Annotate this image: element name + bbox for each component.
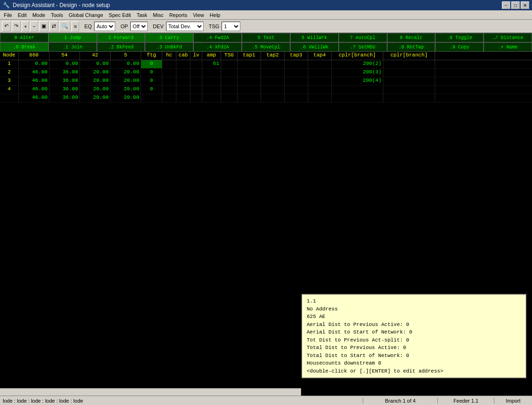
cell-amp: [202, 86, 221, 94]
cell-cplr1: [332, 94, 383, 102]
cell-tap3: [285, 94, 308, 102]
cell-tap1: [238, 77, 261, 85]
empty-grid-area: [0, 103, 532, 310]
cell-tap1: [238, 86, 261, 94]
toolbar-search[interactable]: 🔍: [59, 21, 71, 32]
cell-tsg: [221, 86, 238, 94]
btn-bkfeed[interactable]: .2 BkFeed: [97, 42, 145, 52]
minimize-button[interactable]: −: [502, 1, 510, 9]
cell-cab: [176, 60, 191, 68]
menu-edit[interactable]: Edit: [15, 11, 30, 19]
tsg-select[interactable]: 1: [222, 22, 240, 31]
window-controls: − □ ✕: [502, 1, 529, 9]
cell-lv: [191, 94, 202, 102]
cell-860: 46.00: [19, 94, 49, 102]
horizontal-scrollbar[interactable]: [0, 388, 301, 396]
cell-42: 20.00: [80, 94, 111, 102]
btn-jump[interactable]: 1 Jump: [48, 33, 97, 42]
cell-tap2: [261, 86, 285, 94]
btn-movecpl[interactable]: .5 MoveCpl: [242, 42, 290, 52]
menu-spec-edit[interactable]: Spec Edit: [106, 11, 134, 19]
col-node: Node: [0, 52, 19, 60]
col-tap3: tap3: [285, 52, 308, 60]
cell-tap4: [308, 77, 332, 85]
title-left: 🔧 Design Assistant - Design - node setup: [3, 2, 110, 8]
btn-forward[interactable]: 2 Forward: [97, 33, 145, 42]
btn-distance[interactable]: ./ Distance: [484, 33, 532, 42]
menu-reports[interactable]: Reports: [167, 11, 191, 19]
col-54: 54: [49, 52, 80, 60]
cell-node: 2: [0, 69, 19, 77]
toolbar-redo[interactable]: ↷: [12, 21, 21, 32]
menu-help[interactable]: Help: [207, 11, 223, 19]
btn-test[interactable]: 5 Test: [242, 33, 290, 42]
btn-setmdu[interactable]: .7 SetMDU: [339, 42, 387, 52]
cell-lv: [191, 69, 202, 77]
cell-tsg: [221, 60, 238, 68]
info-line4: Aerial Dist to Previous Active: 0: [307, 321, 521, 329]
cell-hc: [162, 86, 176, 94]
toolbar-monitor[interactable]: ▣: [39, 21, 48, 32]
cell-tap4: [308, 94, 332, 102]
menu-misc[interactable]: Misc: [150, 11, 167, 19]
cell-tap2: [261, 69, 285, 77]
btn-xfd2a[interactable]: .4 XFd2A: [193, 42, 242, 52]
content-area: Node 860 54 42 5 ftg hc cab lv amp TSG t…: [0, 52, 532, 388]
btn-autocpl[interactable]: 7 AutoCpl: [339, 33, 387, 42]
dev-label: DEV: [151, 24, 165, 29]
auto-select[interactable]: Auto: [94, 22, 115, 31]
btn-join[interactable]: .1 Join: [48, 42, 97, 52]
table-row[interactable]: 46.00 36.00 20.00 20.00: [0, 94, 532, 103]
info-line2: No Address: [307, 305, 521, 313]
btn-xwillwk[interactable]: .6 XWillWk: [290, 42, 339, 52]
btn-willwrk[interactable]: 6 WillWrk: [290, 33, 339, 42]
btn-recalc[interactable]: 8 Recalc: [387, 33, 436, 42]
status-import: Import: [494, 398, 532, 404]
btn-carry[interactable]: 3 Carry: [145, 33, 193, 42]
cell-cplr2: [383, 77, 435, 85]
maximize-button[interactable]: □: [511, 1, 520, 9]
cell-amp: 61: [202, 60, 221, 68]
table-row[interactable]: 3 46.00 36.00 20.00 20.00 0 200(4): [0, 77, 532, 86]
btn-unbkfd[interactable]: .3 UnBkFd: [145, 42, 193, 52]
menu-file[interactable]: File: [1, 11, 15, 19]
btn-alter[interactable]: 0 Alter: [0, 33, 48, 42]
info-line7: Total Dist to Previous Active: 0: [307, 344, 521, 352]
btn-break[interactable]: .0 Break: [0, 42, 48, 52]
btn-fwd2a[interactable]: .4 Fwd2A: [193, 33, 242, 42]
menu-tools[interactable]: Tools: [48, 11, 66, 19]
table-row[interactable]: 2 46.00 36.00 20.00 20.00 0 200(3): [0, 69, 532, 77]
tsg-label: TSG: [207, 24, 221, 29]
info-line6: Tot Dist to Previous Act-split: 0: [307, 336, 521, 344]
info-panel: 1.1 No Address 625 AE Aerial Dist to Pre…: [301, 294, 527, 379]
cell-54: 36.00: [49, 77, 80, 85]
btn-name[interactable]: .+ Name: [484, 42, 532, 52]
btn-rottap[interactable]: .8 RotTap: [387, 42, 436, 52]
col-tap2: tap2: [261, 52, 285, 60]
toolbar-list[interactable]: ≡: [71, 21, 79, 32]
table-row[interactable]: 4 46.00 36.00 20.00 20.00 0: [0, 86, 532, 94]
menu-view[interactable]: View: [190, 11, 207, 19]
toolbar-undo[interactable]: ↶: [2, 21, 11, 32]
table-row[interactable]: 1 0.00 0.00 0.00 0.00 0 61 200(2): [0, 60, 532, 69]
total-dev-select[interactable]: Total Dev.: [166, 22, 204, 31]
cell-lv: [191, 86, 202, 94]
status-branch: Branch 1 of 4: [363, 398, 438, 404]
col-860: 860: [19, 52, 49, 60]
cell-node: 4: [0, 86, 19, 94]
off-select[interactable]: Off: [130, 22, 148, 31]
btn-copy[interactable]: .9 Copy: [435, 42, 484, 52]
cell-54: 36.00: [49, 69, 80, 77]
toolbar-minus[interactable]: −: [30, 21, 38, 32]
btn-toggle[interactable]: .9 Toggle: [435, 33, 484, 42]
menu-mode[interactable]: Mode: [30, 11, 48, 19]
toolbar-new[interactable]: +: [22, 21, 29, 32]
col-ftg: ftg: [141, 52, 162, 60]
menu-task[interactable]: Task: [134, 11, 150, 19]
cell-54: 36.00: [49, 94, 80, 102]
toolbar-arrows[interactable]: ⇄: [49, 21, 58, 32]
close-button[interactable]: ✕: [521, 1, 529, 9]
menu-global-change[interactable]: Global Change: [66, 11, 106, 19]
cell-hc: [162, 69, 176, 77]
cell-ftg: 0: [141, 86, 162, 94]
